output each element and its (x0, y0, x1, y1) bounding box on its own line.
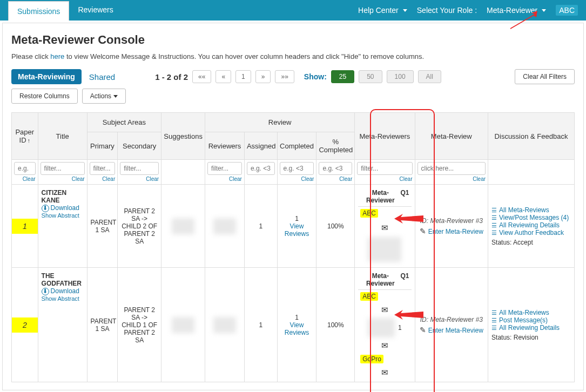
pct-completed: 100% (316, 268, 355, 382)
all-reviewing-details-link[interactable]: All Reviewing Details (491, 324, 571, 332)
filter-primary[interactable] (90, 162, 116, 175)
mail-icon[interactable] (381, 342, 388, 350)
pager-next-button[interactable]: » (255, 70, 271, 83)
tab-shared[interactable]: Shared (86, 72, 118, 82)
col-primary[interactable]: Primary (87, 132, 118, 160)
show-50-button[interactable]: 50 (359, 70, 382, 83)
pencil-icon (420, 327, 428, 334)
clear-filters-button[interactable]: Clear All Filters (515, 69, 575, 84)
list-icon (491, 229, 499, 236)
meta-reviewer-name: ABC (360, 292, 378, 301)
role-label: Select Your Role : (417, 6, 477, 15)
col-paper-id[interactable]: Paper ID (12, 113, 38, 160)
pager-prev-button[interactable]: « (215, 70, 231, 83)
instructions-link[interactable]: here (50, 52, 64, 60)
tab-reviewers[interactable]: Reviewers (69, 0, 122, 21)
col-suggestions[interactable]: Suggestions (161, 113, 205, 160)
show-abstract-link[interactable]: Show Abstract (42, 295, 84, 302)
all-reviewing-details-link[interactable]: All Reviewing Details (491, 221, 571, 229)
clear-link[interactable]: Clear (301, 176, 314, 182)
toolbar: Meta-Reviewing Shared 1 - 2 of 2 «« « 1 … (11, 69, 575, 104)
paper-title: THE GODFATHER (42, 272, 84, 287)
list-icon (491, 316, 499, 324)
pager-last-button[interactable]: »» (275, 70, 294, 83)
page-title: Meta-Reviewer Console (11, 33, 575, 47)
primary-sa: PARENT 1 SA (87, 268, 118, 382)
restore-columns-button[interactable]: Restore Columns (11, 89, 78, 104)
table-row: 2 THE GODFATHER Download Show Abstract P… (12, 268, 575, 382)
mail-icon[interactable] (381, 307, 388, 314)
enter-meta-review-link[interactable]: Enter Meta-Review (419, 326, 485, 334)
col-title[interactable]: Title (38, 113, 87, 160)
filter-pct[interactable] (319, 162, 352, 175)
mail-icon[interactable] (381, 369, 388, 377)
assigned-count: 1 (244, 185, 277, 268)
clear-link[interactable]: Clear (146, 176, 159, 182)
clear-link[interactable]: Clear (339, 176, 352, 182)
view-reviews-link[interactable]: View Reviews (281, 222, 313, 238)
clear-link[interactable]: Clear (23, 176, 36, 182)
suggestions-blur (172, 218, 194, 234)
view-post-messages-link[interactable]: View/Post Messages (4) (491, 214, 571, 221)
paper-id: 2 (12, 317, 38, 333)
col-pct[interactable]: % Completed (316, 132, 355, 160)
filter-completed[interactable] (280, 162, 314, 175)
meta-review-id: ID: Meta-Reviewer #3 (419, 217, 485, 225)
show-100-button[interactable]: 100 (387, 70, 414, 83)
col-discussion[interactable]: Discussion & Feedback (488, 113, 575, 160)
reviewers-blur (213, 317, 236, 333)
filter-title[interactable] (41, 162, 85, 175)
role-selector[interactable]: Meta-Reviewer (487, 6, 546, 15)
paper-title: CITIZEN KANE (42, 189, 84, 204)
show-label: Show: (304, 72, 327, 81)
col-meta-review[interactable]: Meta-Review (415, 113, 488, 160)
col-review: Review (205, 113, 355, 132)
primary-sa: PARENT 1 SA (87, 185, 118, 268)
show-all-button[interactable]: All (418, 70, 441, 83)
show-abstract-link[interactable]: Show Abstract (42, 212, 84, 219)
download-link[interactable]: Download (42, 287, 84, 295)
view-author-feedback-link[interactable]: View Author Feedback (491, 229, 571, 236)
view-reviews-link[interactable]: View Reviews (281, 321, 313, 336)
filter-secondary[interactable] (120, 162, 159, 175)
all-meta-reviews-link[interactable]: All Meta-Reviews (491, 309, 571, 316)
status: Status: Revision (491, 334, 571, 341)
col-secondary[interactable]: Secondary (118, 132, 161, 160)
filter-meta-reviewers[interactable] (357, 162, 412, 175)
clear-link[interactable]: Clear (229, 176, 242, 182)
clear-link[interactable]: Clear (102, 176, 115, 182)
pager-page-1-button[interactable]: 1 (235, 70, 251, 83)
meta-review-id: ID: Meta-Reviewer #3 (419, 316, 485, 323)
clear-link[interactable]: Clear (400, 176, 413, 182)
list-icon (491, 214, 499, 221)
meta-reviewer-extra-name: GoPro (360, 355, 383, 363)
pencil-icon (420, 228, 428, 235)
filter-paper-id[interactable] (14, 162, 36, 175)
top-nav: Submissions Reviewers Help Center Select… (0, 0, 586, 21)
download-link[interactable]: Download (42, 204, 84, 212)
col-completed[interactable]: Completed (277, 132, 316, 160)
all-meta-reviews-link[interactable]: All Meta-Reviews (491, 206, 571, 214)
mail-icon[interactable] (381, 225, 388, 232)
filter-reviewers[interactable] (207, 162, 242, 175)
username[interactable]: ABC (556, 5, 578, 16)
reviewers-blur (213, 218, 236, 234)
status: Status: Accept (491, 239, 571, 246)
actions-menu-button[interactable]: Actions (82, 89, 126, 104)
meta-reviewer-blur (368, 318, 395, 337)
tab-submissions[interactable]: Submissions (8, 1, 69, 21)
show-25-button[interactable]: 25 (331, 70, 354, 83)
tab-meta-reviewing[interactable]: Meta-Reviewing (11, 69, 82, 84)
clear-link[interactable]: Clear (473, 176, 486, 182)
filter-meta-review[interactable] (417, 162, 486, 175)
help-center-menu[interactable]: Help Center (358, 6, 407, 15)
filter-assigned[interactable] (247, 162, 275, 175)
col-assigned[interactable]: Assigned (244, 132, 277, 160)
col-reviewers[interactable]: Reviewers (205, 132, 245, 160)
meta-reviewer-name: ABC (360, 209, 378, 218)
pager-first-button[interactable]: «« (192, 70, 211, 83)
post-messages-link[interactable]: Post Message(s) (491, 316, 571, 324)
col-meta-reviewers[interactable]: Meta-Reviewers (355, 113, 415, 160)
enter-meta-review-link[interactable]: Enter Meta-Review (419, 227, 485, 235)
clear-link[interactable]: Clear (72, 176, 85, 182)
